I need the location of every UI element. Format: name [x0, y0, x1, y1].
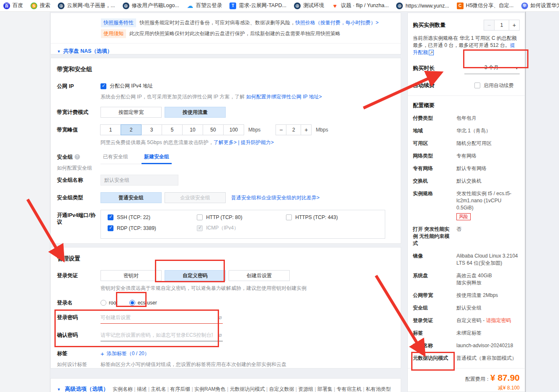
sg-compare-link[interactable]: 普通安全组和企业级安全组的对比差异> [231, 194, 319, 201]
plus-button[interactable]: + [509, 20, 520, 31]
duration-select[interactable]: 3 个月 [464, 62, 520, 74]
minus-button[interactable]: − [276, 124, 286, 135]
port-checkbox[interactable] [108, 214, 113, 220]
ports-label: 开通IPv4端口/协议 [57, 210, 100, 239]
sg-type-option[interactable]: 普通安全组 [100, 192, 162, 203]
sg-type-option[interactable]: 企业级安全组 [165, 192, 226, 203]
globe-icon [294, 3, 301, 9]
price-block: 配置费用：¥ 87.90 减¥ 8.100 公网流量费用：¥ 0.720/GB … [413, 374, 520, 392]
bookmark-item[interactable]: 如何设置华为 [521, 2, 559, 9]
security-group-tab[interactable]: 新建安全组 [142, 152, 172, 160]
protection-link[interactable]: 提升防护能力> [241, 139, 274, 145]
bookmark-item[interactable]: 搜索 [31, 2, 50, 9]
sg-help-link[interactable]: 如何配置安全组 [57, 165, 100, 171]
bandwidth-stepper-value[interactable]: 2 [286, 124, 301, 135]
assign-ipv4-checkbox[interactable] [100, 83, 106, 89]
security-group-label: 安全组 如何配置安全组 [57, 152, 100, 171]
paw-icon [521, 3, 528, 9]
bookmark-item[interactable]: 修改用户书籍Logo... [123, 2, 179, 9]
credential-option[interactable]: 密钥对 [100, 270, 162, 281]
confirm-password-input[interactable] [100, 330, 223, 341]
summary-row: 安全组 默认安全组 [413, 304, 520, 312]
port-checkbox[interactable] [197, 225, 203, 231]
summary-title: 配置概要 [413, 102, 520, 109]
advanced-title[interactable]: 高级选项（选填） [65, 385, 108, 392]
peak-bandwidth-label: 带宽峰值 [57, 124, 100, 146]
bookmark-item[interactable]: 百度 [3, 2, 23, 9]
advanced-option: 私有池类型 [363, 386, 391, 392]
credential-option[interactable]: 创建后设置 [229, 270, 290, 281]
chevron-down-icon [57, 49, 61, 54]
tag-help-link[interactable]: 如何设计标签 [57, 361, 100, 368]
plus-icon [100, 350, 104, 357]
snapshot-price-link[interactable]: 快照价格（按量付费，每小时扣费）> [295, 20, 379, 26]
billing-mode-option[interactable]: 按使用流量 [165, 107, 226, 118]
bookmark-item[interactable]: https://www.yunz... [396, 3, 449, 9]
port-option: ICMP（IPv4） [197, 224, 286, 232]
bandwidth-option[interactable]: 5 [162, 124, 183, 135]
divider [408, 368, 525, 369]
ecs-user-radio[interactable] [129, 300, 135, 306]
divider [408, 95, 525, 96]
add-tag-link[interactable]: 添加标签（0 / 20） [100, 348, 149, 357]
summary-row: 元数据访问模式 普通模式（兼容加固模式） [413, 355, 520, 362]
port-checkbox[interactable] [286, 214, 292, 220]
plus-button[interactable]: + [301, 124, 312, 135]
bandwidth-option[interactable]: 1 [100, 124, 121, 135]
tag-label: 标签 如何设计标签 [57, 348, 100, 368]
bandwidth-option[interactable]: 3 [141, 124, 162, 135]
summary-row: 公网带宽 按使用流量 2Mbps [413, 292, 520, 299]
stepper-unit: Mbps [316, 127, 328, 133]
eip-config-link[interactable]: 如何配置并绑定弹性公网 IP 地址> [246, 94, 322, 100]
credential-option[interactable]: 自定义密码 [165, 270, 226, 281]
bookmark-item[interactable]: 百望云登录 [187, 2, 222, 9]
port-checkbox[interactable] [108, 225, 113, 231]
snapshot-feature-text: 快照服务能定时对云盘进行备份，可应对病毒感染、数据误删等风险，快照价格（按量付费… [139, 19, 379, 26]
help-icon[interactable] [75, 154, 80, 160]
bandwidth-option[interactable]: 2 [121, 124, 142, 135]
learn-more-link[interactable]: 了解更多> [214, 139, 237, 145]
eye-off-icon[interactable] [219, 332, 222, 338]
bookmark-item[interactable]: 测试环境 [294, 2, 324, 9]
quantity-stepper: − 1 + [484, 20, 520, 31]
sg-type-label: 安全组类型 [57, 192, 100, 203]
auto-renew-text: 启用自动续费 [484, 82, 514, 89]
summary-row: 实例名称 launch-advisor-20240218 [413, 342, 520, 349]
bookmark-label: 如何设置华为 [531, 2, 559, 9]
scrollbar[interactable] [525, 12, 526, 392]
bandwidth-option[interactable]: 100 [223, 124, 244, 135]
bandwidth-option[interactable]: 50 [203, 124, 224, 135]
eye-off-icon[interactable] [219, 314, 222, 320]
bookmark-item[interactable]: 云展网-电子画册，... [58, 2, 115, 9]
root-radio[interactable] [100, 300, 106, 306]
summary-row: 可用区 随机分配可用区 [413, 140, 520, 147]
bandwidth-option[interactable]: 10 [182, 124, 203, 135]
auto-renew-checkbox[interactable] [474, 83, 480, 88]
bookmark-item[interactable]: H5微信分享、自定... [457, 2, 514, 9]
login-name-label: 登录名 [57, 297, 100, 306]
minus-button[interactable]: − [484, 20, 495, 31]
password-input[interactable] [100, 312, 223, 323]
summary-row: 专有网络 默认专有网络 [413, 165, 520, 172]
sg-name-input[interactable] [100, 175, 178, 186]
root-label: root [109, 300, 118, 306]
security-group-tab[interactable]: 已有安全组 [100, 152, 131, 160]
summary-row: 交换机 默认交换机 [413, 178, 520, 185]
billing-mode-option[interactable]: 按固定带宽 [100, 107, 162, 118]
discount-value: 减¥ 8.100 [413, 384, 520, 392]
summary-row: 地域 华北 1（青岛） [413, 127, 520, 134]
bookmark-item[interactable]: 需求-云展网-TAPD... [229, 2, 286, 9]
nas-section-toggle[interactable]: 共享盘 NAS（选填） [51, 44, 401, 59]
nas-section-label: 共享盘 NAS（选填） [63, 48, 112, 55]
port-checkbox[interactable] [197, 214, 203, 220]
quantity-value[interactable]: 1 [494, 20, 509, 31]
risk-badge[interactable]: 风险 [456, 213, 471, 220]
bookmark-item[interactable]: 议题 · flip / Yunzha... [332, 2, 389, 9]
gitlab-icon [332, 3, 338, 9]
snapshot-section-card: 快照服务特性 快照服务能定时对云盘进行备份，可应对病毒感染、数据误删等风险，快照… [50, 13, 401, 54]
bookmark-label: 修改用户书籍Logo... [132, 2, 179, 9]
advanced-option: 有序后缀 [167, 386, 190, 392]
advanced-option: 实例名称 [113, 386, 133, 392]
tag-note: 标签由区分大小写的键值对组成，您设置的标签将应用在本次创建的全部实例和云盘 [100, 361, 394, 368]
summary-row: 实例规格 突发性能实例 t5 / ecs.t5-lc2m1.nano (1vCP… [413, 190, 520, 220]
